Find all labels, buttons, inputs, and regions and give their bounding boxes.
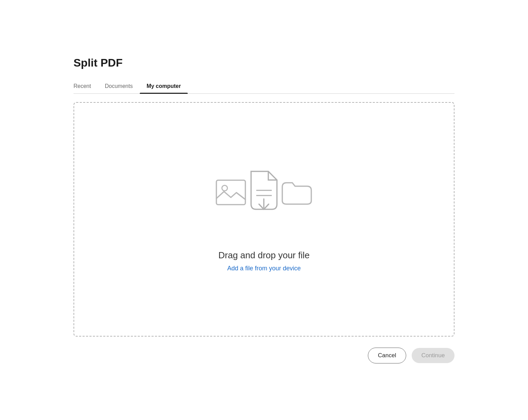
drag-drop-text: Drag and drop your file: [218, 250, 310, 261]
svg-point-1: [222, 186, 227, 191]
add-file-link[interactable]: Add a file from your device: [227, 265, 301, 272]
drop-zone[interactable]: Drag and drop your file Add a file from …: [74, 102, 454, 337]
folder-icon: [281, 180, 312, 205]
modal-title: Split PDF: [74, 57, 454, 69]
tab-recent[interactable]: Recent: [74, 79, 98, 93]
tab-documents[interactable]: Documents: [98, 79, 140, 93]
split-pdf-modal: Split PDF Recent Documents My computer: [57, 40, 471, 380]
tab-my-computer[interactable]: My computer: [140, 79, 188, 93]
file-icons-group: [216, 167, 312, 218]
drop-area-content: Drag and drop your file Add a file from …: [216, 167, 312, 272]
image-icon: [216, 180, 246, 206]
tab-bar: Recent Documents My computer: [74, 79, 454, 94]
continue-button[interactable]: Continue: [412, 348, 454, 363]
document-icon: [250, 170, 279, 211]
svg-rect-0: [216, 180, 245, 205]
modal-footer: Cancel Continue: [74, 348, 454, 363]
cancel-button[interactable]: Cancel: [368, 348, 406, 363]
